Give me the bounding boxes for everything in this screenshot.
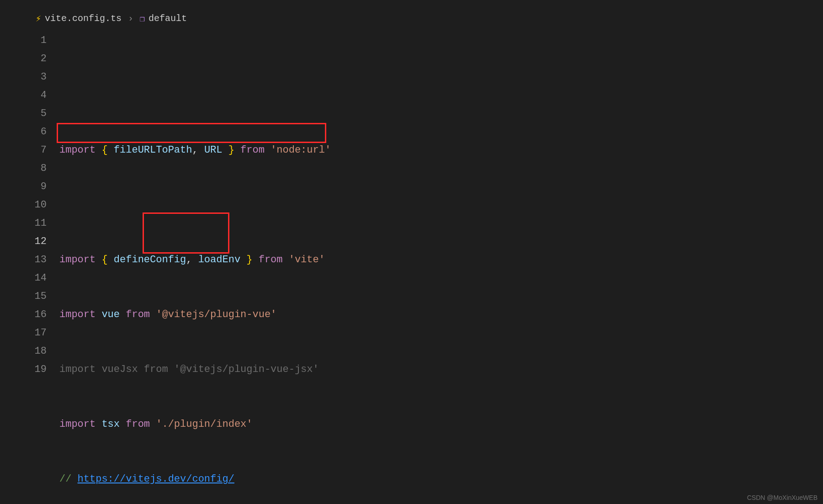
breadcrumb-file[interactable]: vite.config.ts	[45, 13, 122, 24]
line-number: 11	[27, 214, 47, 233]
breadcrumb[interactable]: ⚡ vite.config.ts › ❒ default	[27, 9, 823, 28]
code-line[interactable]: import { fileURLToPath, URL } from 'node…	[59, 141, 823, 159]
watermark: CSDN @MoXinXueWEB	[747, 494, 818, 501]
line-number: 16	[27, 306, 47, 324]
code-area: 1 2 3 4 5 6 7 8 9 10 11 12 13 14 15 16 1…	[27, 32, 823, 504]
code-line[interactable]: import vue from '@vitejs/plugin-vue'	[59, 306, 823, 324]
line-number: 19	[27, 361, 47, 379]
code-line[interactable]: import tsx from './plugin/index'	[59, 415, 823, 434]
highlight-box	[57, 123, 326, 143]
line-number: 1	[27, 32, 47, 50]
code-line[interactable]: import vueJsx from '@vitejs/plugin-vue-j…	[59, 361, 823, 379]
line-number: 15	[27, 287, 47, 306]
line-number: 7	[27, 141, 47, 159]
cube-icon: ❒	[140, 14, 145, 24]
line-number: 12	[27, 233, 47, 251]
line-number: 9	[27, 178, 47, 196]
line-number: 3	[27, 68, 47, 86]
code-line[interactable]: import { defineConfig, loadEnv } from 'v…	[59, 251, 823, 269]
code-line[interactable]	[59, 196, 823, 214]
chevron-right-icon: ›	[128, 13, 133, 24]
line-number: 13	[27, 251, 47, 269]
line-number: 2	[27, 50, 47, 68]
code-content[interactable]: import { fileURLToPath, URL } from 'node…	[59, 32, 823, 504]
line-number: 18	[27, 342, 47, 361]
line-number: 14	[27, 269, 47, 287]
lightning-icon: ⚡	[36, 13, 41, 24]
line-number: 6	[27, 123, 47, 141]
line-number: 5	[27, 105, 47, 123]
line-number: 17	[27, 324, 47, 342]
line-number-gutter: 1 2 3 4 5 6 7 8 9 10 11 12 13 14 15 16 1…	[27, 32, 59, 504]
line-number: 4	[27, 86, 47, 105]
code-line[interactable]: // https://vitejs.dev/config/	[59, 470, 823, 488]
editor-container: ⚡ vite.config.ts › ❒ default 1 2 3 4 5 6…	[0, 0, 823, 504]
line-number: 10	[27, 196, 47, 214]
line-number: 8	[27, 159, 47, 178]
highlight-box	[143, 212, 229, 254]
breadcrumb-symbol[interactable]: default	[149, 13, 187, 24]
